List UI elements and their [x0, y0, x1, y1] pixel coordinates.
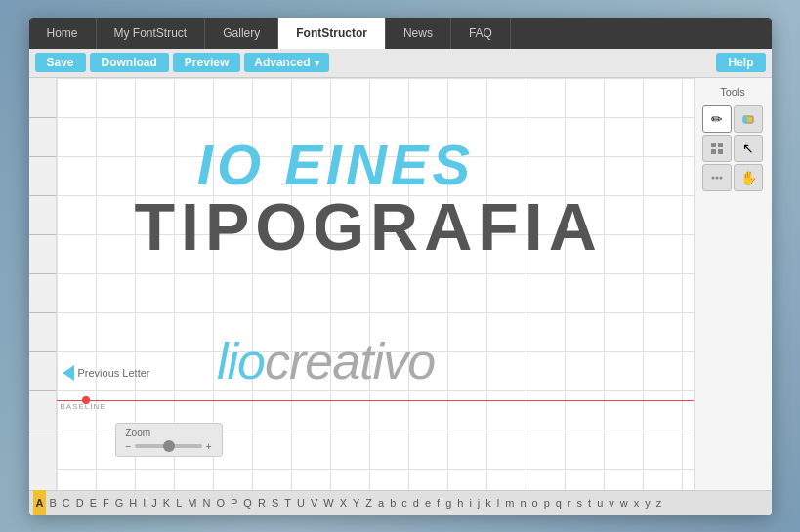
- prev-letter-arrow-icon: [63, 365, 74, 381]
- alphabet-char[interactable]: F: [100, 490, 112, 515]
- nav-tab-home[interactable]: Home: [29, 18, 97, 49]
- nav-tab-gallery[interactable]: Gallery: [205, 18, 278, 49]
- alphabet-char[interactable]: K: [160, 490, 173, 515]
- hand-tool-button[interactable]: ✋: [734, 164, 763, 191]
- download-button[interactable]: Download: [90, 53, 169, 72]
- cursor-tool-button[interactable]: ↖: [734, 135, 763, 162]
- pencil-tool-button[interactable]: ✏: [702, 105, 732, 133]
- zoom-bar: Zoom − +: [115, 423, 223, 457]
- alphabet-char[interactable]: j: [475, 490, 483, 515]
- alphabet-char[interactable]: D: [73, 490, 87, 515]
- brand-text: liocreativo: [115, 332, 537, 390]
- eraser-icon: [740, 111, 756, 127]
- alphabet-char[interactable]: d: [410, 490, 422, 515]
- alphabet-char[interactable]: I: [140, 490, 148, 515]
- preview-button[interactable]: Preview: [173, 53, 240, 72]
- alphabet-char[interactable]: h: [454, 490, 466, 515]
- alphabet-char[interactable]: a: [375, 490, 387, 515]
- nav-tab-fontstructor[interactable]: FontStructor: [278, 18, 386, 49]
- nav-tab-news[interactable]: News: [386, 18, 451, 49]
- alphabet-char[interactable]: u: [594, 490, 606, 515]
- eraser-tool-button[interactable]: [734, 105, 763, 133]
- alphabet-char[interactable]: w: [617, 490, 631, 515]
- save-button[interactable]: Save: [35, 53, 86, 72]
- alphabet-char[interactable]: i: [466, 490, 474, 515]
- svg-rect-1: [743, 116, 747, 123]
- alphabet-char[interactable]: X: [337, 490, 350, 515]
- alphabet-char[interactable]: g: [442, 490, 454, 515]
- zoom-in-icon[interactable]: +: [206, 441, 212, 452]
- alphabet-char[interactable]: W: [320, 490, 336, 515]
- alphabet-char[interactable]: o: [529, 490, 541, 515]
- alphabet-char-selected[interactable]: A: [33, 490, 47, 515]
- alphabet-char[interactable]: x: [631, 490, 643, 515]
- alphabet-char[interactable]: s: [574, 490, 586, 515]
- top-nav: Home My FontStruct Gallery FontStructor …: [29, 18, 772, 49]
- nav-tab-faq[interactable]: FAQ: [451, 18, 511, 49]
- svg-rect-3: [718, 143, 723, 147]
- prev-letter-button[interactable]: Previous Letter: [57, 361, 156, 385]
- alphabet-char[interactable]: f: [434, 490, 442, 515]
- alphabet-char[interactable]: b: [387, 490, 399, 515]
- zoom-controls: − +: [126, 441, 212, 452]
- svg-point-8: [720, 176, 723, 179]
- brand-gray: creativo: [265, 333, 435, 389]
- alphabet-char[interactable]: n: [517, 490, 528, 515]
- svg-point-7: [716, 176, 719, 179]
- alphabet-char[interactable]: r: [565, 490, 574, 515]
- alphabet-char[interactable]: M: [185, 490, 199, 515]
- alphabet-char[interactable]: T: [281, 490, 294, 515]
- advanced-button[interactable]: Advanced: [244, 53, 328, 72]
- brand-script: liocreativo: [217, 333, 435, 389]
- tools-panel: Tools ✏ ↖: [694, 78, 772, 490]
- title-bottom: TIPOGRAFIA: [135, 193, 537, 260]
- alphabet-char[interactable]: U: [294, 490, 308, 515]
- alphabet-char[interactable]: V: [308, 490, 320, 515]
- grid-tool-button[interactable]: [702, 135, 732, 162]
- alphabet-char[interactable]: Z: [362, 490, 375, 515]
- alphabet-char[interactable]: C: [60, 490, 73, 515]
- app-window: Home My FontStruct Gallery FontStructor …: [29, 18, 772, 515]
- alphabet-char[interactable]: L: [173, 490, 185, 515]
- nav-tab-myfonstruct[interactable]: My FontStruct: [97, 18, 206, 49]
- alphabet-char[interactable]: N: [200, 490, 214, 515]
- title-top: IO EINES: [135, 137, 537, 193]
- canvas-text: IO EINES TIPOGRAFIA: [135, 137, 537, 260]
- alphabet-char[interactable]: G: [112, 490, 127, 515]
- dots-tool-button[interactable]: [702, 164, 732, 191]
- alphabet-char[interactable]: Q: [240, 490, 255, 515]
- alphabet-char[interactable]: Y: [350, 490, 362, 515]
- alphabet-char[interactable]: P: [228, 490, 240, 515]
- svg-rect-5: [718, 149, 723, 154]
- zoom-out-icon[interactable]: −: [126, 441, 132, 452]
- alphabet-char[interactable]: e: [422, 490, 434, 515]
- alphabet-char[interactable]: q: [553, 490, 565, 515]
- left-ruler: [29, 78, 57, 490]
- tools-title: Tools: [720, 86, 745, 98]
- alphabet-char[interactable]: B: [46, 490, 59, 515]
- alphabet-char[interactable]: t: [585, 490, 594, 515]
- alphabet-char[interactable]: E: [87, 490, 100, 515]
- alphabet-char[interactable]: O: [213, 490, 228, 515]
- alphabet-char[interactable]: m: [502, 490, 517, 515]
- tools-grid: ✏ ↖: [702, 105, 763, 191]
- alphabet-char[interactable]: H: [126, 490, 140, 515]
- alphabet-char[interactable]: z: [653, 490, 665, 515]
- dots-icon: [709, 170, 725, 185]
- alphabet-char[interactable]: R: [255, 490, 269, 515]
- zoom-slider[interactable]: [135, 444, 201, 448]
- canvas-area[interactable]: IO EINES TIPOGRAFIA liocreativo Previous…: [57, 78, 694, 490]
- alphabet-char[interactable]: v: [606, 490, 617, 515]
- svg-rect-4: [711, 149, 716, 154]
- svg-point-6: [712, 176, 715, 179]
- alphabet-char[interactable]: S: [269, 490, 281, 515]
- alphabet-char[interactable]: k: [483, 490, 494, 515]
- prev-letter-label: Previous Letter: [78, 367, 150, 379]
- alphabet-char[interactable]: c: [399, 490, 410, 515]
- help-button[interactable]: Help: [716, 53, 765, 72]
- alphabet-char[interactable]: J: [148, 490, 160, 515]
- alphabet-char[interactable]: p: [541, 490, 553, 515]
- alphabet-char[interactable]: y: [642, 490, 653, 515]
- alphabet-char[interactable]: l: [494, 490, 502, 515]
- alphabet-bar: A B C D E F G H I J K L M N O P Q R S T …: [29, 490, 772, 515]
